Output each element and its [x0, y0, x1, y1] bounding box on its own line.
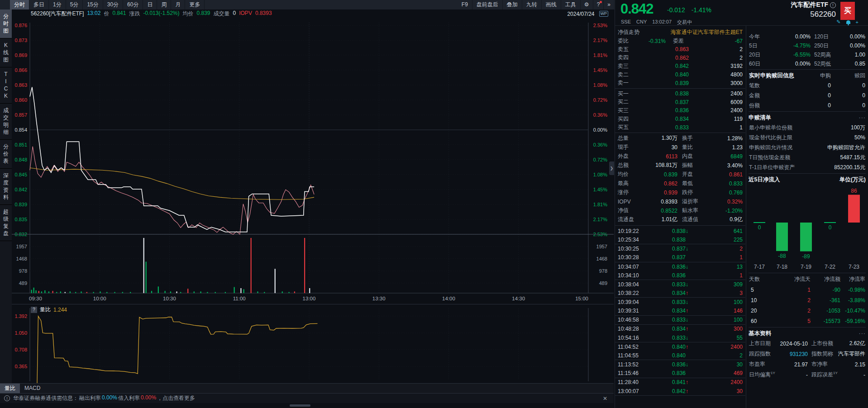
trade-row[interactable]: 10:34:070.836↓13 — [615, 262, 745, 271]
horizontal-scrollbar[interactable] — [0, 403, 614, 408]
trade-row[interactable]: 10:30:250.837↓2 — [615, 244, 745, 253]
volume-bar — [176, 291, 177, 293]
more-dots-icon[interactable]: ··· — [859, 114, 866, 121]
side-tab[interactable]: K线图 — [0, 38, 12, 67]
side-tab[interactable]: 分价表 — [0, 140, 12, 169]
add-icon[interactable]: + — [856, 19, 858, 25]
trade-down-arrow-icon: ↓ — [686, 281, 693, 288]
more-dots-icon[interactable]: ··· — [859, 330, 866, 337]
ask-row[interactable]: 卖三0.8423192 — [615, 62, 745, 71]
gear-icon[interactable]: ⚙ — [581, 0, 593, 9]
trade-row[interactable]: 10:25:340.838225 — [615, 236, 745, 245]
bid-row[interactable]: 买五0.8331 — [615, 123, 745, 132]
volume-bar — [70, 291, 71, 293]
indicator-help-icon[interactable]: ? — [31, 307, 37, 313]
ask-row[interactable]: 卖二0.8404800 — [615, 71, 745, 79]
notice-text[interactable]: 华泰证券融券通供需信息：融出利率 0.00% 借入利率 0.00%，点击查看更多 — [13, 394, 195, 402]
menu-item[interactable]: F9 — [458, 0, 472, 9]
menu-item[interactable]: 多日 — [29, 0, 49, 9]
alert-bell-icon[interactable] — [846, 20, 850, 24]
bid-row[interactable]: 买一0.8382400 — [615, 90, 745, 98]
menu-item[interactable]: 5分 — [66, 0, 83, 9]
scrollbar-thumb[interactable] — [290, 404, 310, 407]
trade-up-arrow-icon: ↑ — [686, 388, 693, 394]
basics-row: 日均偏离1Y-跟踪误差1Y- — [749, 370, 866, 380]
volume-axis-label: 978 — [19, 268, 27, 274]
volume-bar — [52, 291, 53, 293]
buy-button[interactable]: 买 — [840, 2, 855, 20]
price-axis-label: 0.835 — [14, 217, 27, 222]
trade-price: 0.836 — [648, 264, 686, 270]
trade-row[interactable]: 10:38:040.833↓309 — [615, 280, 745, 289]
price-axis-label: 0.876 — [14, 23, 27, 28]
trade-row[interactable]: 10:54:160.833↓55 — [615, 333, 745, 342]
menu-item[interactable]: 盘前盘后 — [472, 0, 503, 9]
ask-row[interactable]: 卖一0.8393000 — [615, 79, 745, 87]
bid-row[interactable]: 买二0.8376009 — [615, 98, 745, 107]
trade-row[interactable]: 11:04:550.8402 — [615, 351, 745, 361]
indicator-tab[interactable]: 量比 — [0, 384, 20, 393]
volume-bar — [44, 290, 45, 293]
basics-row: 上市日期2024-05-10上市份额2.62亿 — [749, 338, 866, 349]
more-icon[interactable]: » — [604, 0, 615, 9]
side-tab[interactable]: 深度资料 — [0, 169, 12, 205]
menu-item[interactable]: 30分 — [103, 0, 123, 9]
trade-row[interactable]: 10:34:100.8361 — [615, 271, 745, 280]
menu-item[interactable]: 画线 — [542, 0, 561, 9]
info-icon[interactable]: ! — [830, 2, 836, 8]
side-tab[interactable]: 成交明细 — [0, 104, 12, 140]
trade-row[interactable]: 10:19:220.838↓641 — [615, 227, 745, 236]
menu-item[interactable]: 60分 — [123, 0, 143, 9]
time-axis-label: 13:30 — [372, 296, 386, 301]
trade-row[interactable]: 10:38:220.834↑3 — [615, 289, 745, 298]
flow-table-header: 天数净流天净流额净流率 — [749, 274, 866, 285]
trade-price: 0.840 — [648, 344, 686, 350]
trade-row[interactable]: 13:00:070.842↑30 — [615, 387, 745, 396]
fund-name-link[interactable]: 海富通中证汽车零部件主题ET — [641, 28, 743, 36]
trade-row[interactable]: 10:39:310.834↑146 — [615, 307, 745, 316]
panel-collapse-handle[interactable]: ❯ — [609, 161, 614, 175]
trade-row[interactable]: 10:46:580.833↓100 — [615, 316, 745, 325]
bid-row[interactable]: 买三0.8362400 — [615, 106, 745, 115]
ask-row[interactable]: 卖四0.8622 — [615, 54, 745, 62]
wb-diff-value: -67 — [684, 38, 743, 44]
trade-row[interactable]: 11:28:400.841↑2400 — [615, 378, 745, 387]
bid-row[interactable]: 买四0.834119 — [615, 115, 745, 123]
help-icon[interactable]: ? — [593, 0, 604, 9]
currency-label: CNY — [636, 19, 647, 26]
volume-bar — [294, 291, 295, 293]
menu-item[interactable]: 九转 — [522, 0, 542, 9]
trade-volume: 225 — [693, 237, 743, 243]
menu-item[interactable]: 日 — [143, 0, 157, 9]
trade-row[interactable]: 11:04:520.840↑2400 — [615, 342, 745, 351]
menu-item[interactable]: 工具 — [561, 0, 581, 9]
menu-item[interactable]: 叠加 — [503, 0, 522, 9]
menu-item[interactable]: 分时 — [10, 0, 29, 9]
menu-item[interactable]: 1分 — [49, 0, 66, 9]
trade-row[interactable]: 11:15:460.836469 — [615, 369, 745, 378]
menu-item[interactable]: 更多 — [185, 0, 205, 9]
trade-row[interactable]: 10:30:280.8371 — [615, 253, 745, 262]
close-icon[interactable]: ✕ — [603, 395, 607, 402]
menu-item[interactable]: 月 — [171, 0, 185, 9]
bid-row-label: 买二 — [618, 98, 633, 106]
indicator-tab[interactable]: MACD — [20, 384, 45, 393]
intraday-chart[interactable]: 0.8762.53%0.8732.17%0.8691.81%0.8661.45%… — [12, 18, 614, 304]
trade-row[interactable]: 10:48:280.834↑300 — [615, 325, 745, 334]
volume-bar — [251, 238, 252, 293]
trade-price: 0.836 — [648, 272, 686, 279]
side-tab[interactable]: 超级复盘 — [0, 205, 12, 241]
edit-icon[interactable]: ✎ — [836, 19, 840, 25]
perf-row: 60日0.00%52周低0.85 — [749, 59, 866, 68]
menu-item[interactable]: 周 — [157, 0, 171, 9]
wb-ratio-value: -0.31% — [631, 38, 666, 44]
side-tab[interactable]: 分时图 — [0, 9, 12, 38]
ask-row[interactable]: 卖五0.8632 — [615, 45, 745, 54]
trade-row[interactable]: 11:13:520.836↓30 — [615, 360, 745, 369]
trade-row[interactable]: 10:39:040.833↓100 — [615, 298, 745, 307]
side-tab[interactable]: TICK — [0, 67, 12, 104]
volume-ratio-chart[interactable]: 1.3921.0500.7080.365 — [12, 304, 614, 384]
wp-icon[interactable]: WP — [599, 11, 609, 17]
percent-axis-label: 1.08% — [593, 172, 607, 177]
menu-item[interactable]: 15分 — [83, 0, 103, 9]
